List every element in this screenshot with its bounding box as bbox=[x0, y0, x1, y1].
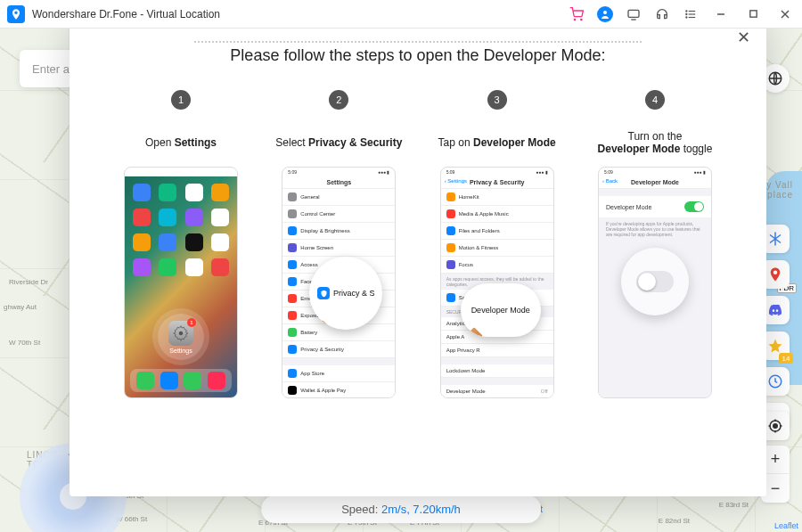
speed-label: Speed: bbox=[341, 503, 378, 516]
svg-rect-3 bbox=[628, 10, 639, 17]
step-1-label: Open Settings bbox=[145, 127, 217, 158]
svg-rect-11 bbox=[749, 11, 756, 17]
devmode-toggle-on bbox=[684, 201, 704, 212]
step-1-number: 1 bbox=[171, 90, 191, 110]
street-w70: W 70th St bbox=[9, 339, 40, 347]
street-e82: E 82nd St bbox=[659, 517, 690, 525]
phone-4: 5:09●●● ▮ ‹ Back Developer Mode Develope… bbox=[598, 167, 712, 398]
modal-close-button[interactable]: ✕ bbox=[734, 29, 752, 46]
titlebar: Wondershare Dr.Fone - Virtual Location bbox=[0, 0, 802, 29]
modal-title: Please follow the steps to open the Deve… bbox=[105, 46, 731, 65]
user-icon[interactable] bbox=[597, 6, 613, 22]
step-2-label: Select Privacy & Security bbox=[275, 127, 402, 158]
step-4-number: 4 bbox=[645, 90, 665, 110]
street-e83: E 83rd St bbox=[719, 501, 749, 509]
privacy-magnifier: Privacy & S bbox=[309, 257, 382, 330]
settings-badge: 1 bbox=[187, 318, 196, 327]
svg-point-0 bbox=[574, 19, 575, 20]
speed-bar[interactable]: Speed: 2m/s, 7.20km/h bbox=[261, 495, 541, 523]
toggle-magnifier bbox=[621, 248, 689, 315]
devmode-magnifier: Developer Mode bbox=[461, 283, 541, 337]
svg-point-8 bbox=[686, 13, 687, 14]
search-placeholder: Enter a bbox=[32, 62, 70, 76]
phone-4-back: ‹ Back bbox=[602, 178, 618, 184]
step-4-label: Turn on theDeveloper Mode toggle bbox=[598, 127, 713, 158]
step-2-number: 2 bbox=[329, 90, 348, 110]
phone-3-back: ‹ Settings bbox=[445, 178, 467, 184]
toggle-off-icon bbox=[636, 271, 674, 292]
svg-point-15 bbox=[773, 271, 778, 275]
menu-icon[interactable] bbox=[683, 6, 699, 22]
close-button[interactable] bbox=[775, 4, 795, 24]
step-2: 2 Select Privacy & Security 5:09●●● ▮ Se… bbox=[272, 90, 405, 398]
step-3: 3 Tap on Developer Mode 5:09●●● ▮ ‹ Sett… bbox=[430, 90, 564, 398]
support-icon[interactable] bbox=[654, 6, 670, 22]
svg-point-9 bbox=[686, 16, 687, 17]
phone-2: 5:09●●● ▮ Settings General Control Cente… bbox=[282, 167, 396, 398]
settings-magnifier: 1 Settings bbox=[158, 314, 204, 360]
phone-1: 5:09●●● ▮ 1 Settings bbox=[124, 167, 238, 398]
svg-point-1 bbox=[581, 19, 582, 20]
maximize-button[interactable] bbox=[743, 4, 763, 24]
street-riverside: Riverside Dr bbox=[9, 278, 48, 286]
minimize-button[interactable] bbox=[711, 4, 731, 24]
devmode-help: If you're developing apps for Apple prod… bbox=[599, 217, 711, 241]
leaflet-attribution[interactable]: Leaflet bbox=[774, 521, 798, 530]
screen-icon[interactable] bbox=[626, 6, 642, 22]
app-logo bbox=[7, 5, 25, 23]
step-connector bbox=[194, 41, 642, 43]
svg-point-19 bbox=[179, 331, 184, 335]
speed-value: 2m/s, 7.20km/h bbox=[381, 503, 461, 516]
phone-2-title: Settings bbox=[282, 176, 395, 189]
phone-3: 5:09●●● ▮ ‹ Settings Privacy & Security … bbox=[440, 167, 554, 398]
step-1: 1 Open Settings 5:09●●● ▮ 1 Settings bbox=[114, 90, 248, 398]
svg-point-17 bbox=[773, 424, 778, 429]
developer-mode-modal: ✕ Please follow the steps to open the De… bbox=[70, 16, 766, 496]
street-highway: ghway Aut bbox=[4, 303, 37, 311]
app-title: Wondershare Dr.Fone - Virtual Location bbox=[32, 8, 220, 20]
step-4: 4 Turn on theDeveloper Mode toggle 5:09●… bbox=[588, 90, 722, 398]
settings-label: Settings bbox=[169, 348, 192, 354]
svg-point-7 bbox=[686, 10, 687, 11]
favorites-badge: 14 bbox=[779, 353, 793, 364]
svg-point-2 bbox=[603, 11, 607, 14]
step-3-number: 3 bbox=[487, 90, 507, 110]
cart-icon[interactable] bbox=[569, 6, 585, 22]
step-3-label: Tap on Developer Mode bbox=[438, 127, 556, 158]
